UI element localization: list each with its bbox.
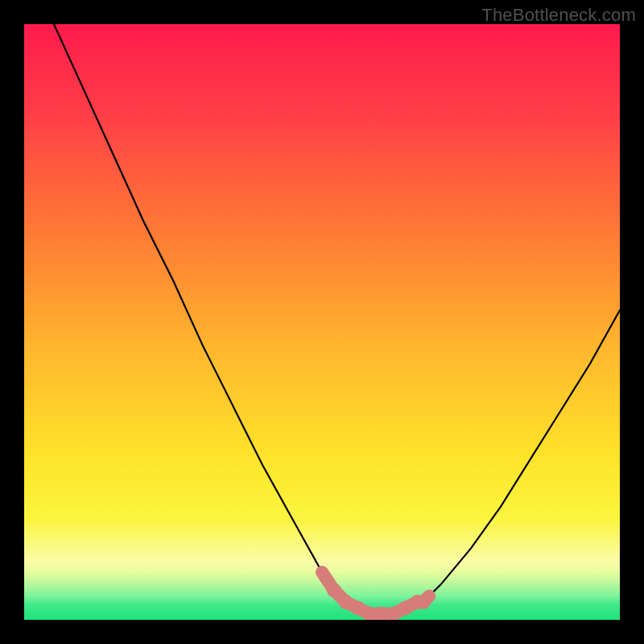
chart-frame: [24, 24, 620, 620]
highlight-markers: [316, 567, 435, 620]
bottleneck-curve: [54, 24, 620, 614]
bottleneck-curve-layer: [24, 24, 620, 620]
highlight-marker: [423, 590, 435, 601]
highlight-marker: [327, 583, 341, 597]
highlight-marker: [316, 567, 328, 578]
watermark-text: TheBottleneck.com: [481, 5, 636, 26]
